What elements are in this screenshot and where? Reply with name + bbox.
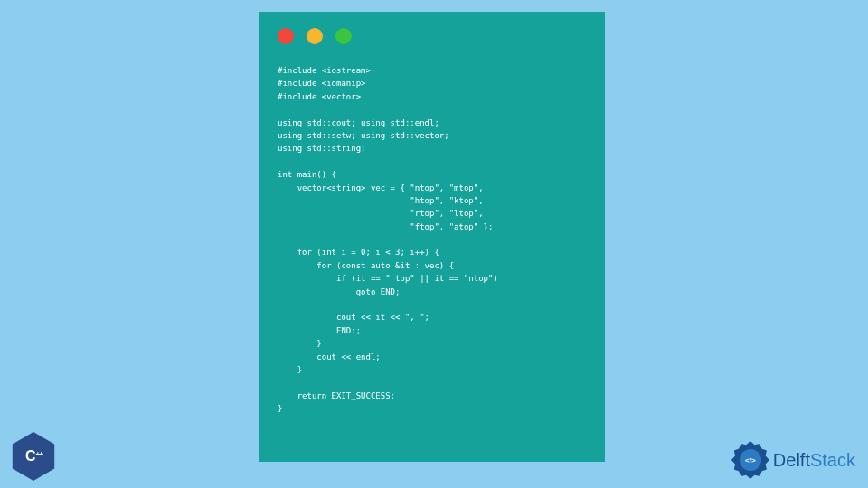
cpp-letter-c: C <box>25 448 35 464</box>
code-line: "htop", "ktop", <box>278 196 484 205</box>
code-line: cout << endl; <box>278 352 381 361</box>
delftstack-name-first: Delft <box>773 450 810 470</box>
code-line: return EXIT_SUCCESS; <box>278 391 395 400</box>
code-line: using std::cout; using std::endl; <box>278 118 439 127</box>
minimize-icon <box>307 28 323 44</box>
delftstack-logo: </> DelftStack <box>731 441 855 479</box>
code-window: #include <iostream> #include <iomanip> #… <box>259 12 605 462</box>
code-line: vector<string> vec = { "ntop", "mtop", <box>278 183 484 192</box>
delftstack-name-second: Stack <box>810 450 855 470</box>
traffic-lights <box>278 28 587 44</box>
code-line: #include <iostream> <box>278 66 371 75</box>
code-line: END:; <box>278 326 361 335</box>
code-line: using std::setw; using std::vector; <box>278 131 449 140</box>
delftstack-badge-inner: </> <box>740 449 761 471</box>
maximize-icon <box>335 28 352 44</box>
code-line: if (it == "rtop" || it == "ntop") <box>278 274 498 283</box>
code-line: "ftop", "atop" }; <box>278 222 493 231</box>
code-line: #include <iomanip> <box>278 79 366 88</box>
code-line: goto END; <box>278 287 400 296</box>
code-line: for (int i = 0; i < 3; i++) { <box>278 248 439 257</box>
cpp-hexagon: C++ <box>9 432 58 481</box>
code-line: } <box>278 339 322 348</box>
code-line: cout << it << ", "; <box>278 313 429 322</box>
delftstack-badge-icon: </> <box>731 441 769 479</box>
cpp-logo-icon: C++ <box>9 432 58 481</box>
close-icon <box>278 28 294 44</box>
code-line: using std::string; <box>278 144 366 153</box>
cpp-letter: C++ <box>25 448 42 465</box>
code-line: for (const auto &it : vec) { <box>278 261 454 270</box>
code-block: #include <iostream> #include <iomanip> #… <box>278 64 587 416</box>
code-line: } <box>278 365 302 374</box>
delftstack-text: DelftStack <box>773 450 855 471</box>
code-line: "rtop", "ltop", <box>278 209 484 218</box>
code-line: } <box>278 404 282 413</box>
code-line: #include <vector> <box>278 92 361 101</box>
cpp-plus-plus: ++ <box>36 450 42 458</box>
delftstack-badge-outer: </> <box>731 441 769 479</box>
code-line: int main() { <box>278 170 336 179</box>
